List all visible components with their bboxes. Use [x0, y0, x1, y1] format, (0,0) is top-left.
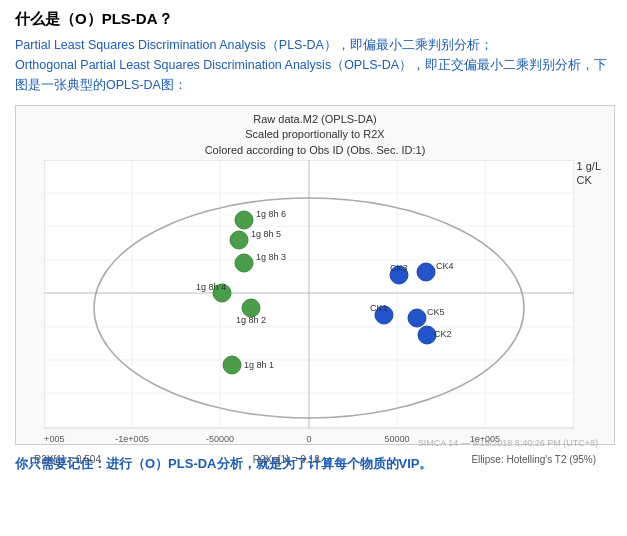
svg-text:1g 8h 5: 1g 8h 5: [251, 229, 281, 239]
svg-text:1g 8h 2: 1g 8h 2: [236, 315, 266, 325]
desc-line1: Partial Least Squares Discrimination Ana…: [15, 38, 493, 52]
svg-text:CK2: CK2: [434, 329, 452, 339]
r2xo-label: R2Xo[1] = 0.18: [253, 454, 320, 465]
svg-text:1g 8h 4: 1g 8h 4: [196, 282, 226, 292]
svg-text:CK5: CK5: [427, 307, 445, 317]
svg-point-38: [223, 356, 241, 374]
page-title: 什么是（O）PLS-DA？: [15, 10, 612, 29]
ellipse-label: Ellipse: Hotelling's T2 (95%): [471, 454, 596, 465]
svg-point-42: [417, 263, 435, 281]
svg-point-32: [235, 254, 253, 272]
r2x-label: R2X[1] = 0.504: [34, 454, 101, 465]
svg-text:CK4: CK4: [436, 261, 454, 271]
chart-title: Raw data.M2 (OPLS-DA) Scaled proportiona…: [24, 112, 606, 158]
svg-text:CK3: CK3: [390, 263, 408, 273]
chart-svg: 60000 40000 20000 0 -20000 -40000 -60000…: [44, 160, 574, 448]
chart-watermark: SIMCA 14 — 9/19/2018 8:40:26 PM (UTC+8): [418, 438, 598, 448]
svg-text:50000: 50000: [384, 434, 409, 444]
svg-text:0: 0: [306, 434, 311, 444]
svg-text:-1e+005: -1e+005: [115, 434, 148, 444]
description: Partial Least Squares Discrimination Ana…: [15, 35, 612, 95]
svg-text:1g 8h 6: 1g 8h 6: [256, 209, 286, 219]
svg-point-46: [408, 309, 426, 327]
svg-text:CK1: CK1: [370, 303, 388, 313]
svg-text:1g 8h 1: 1g 8h 1: [244, 360, 274, 370]
chart-container: Raw data.M2 (OPLS-DA) Scaled proportiona…: [15, 105, 615, 445]
svg-text:-1.5e+005: -1.5e+005: [44, 434, 64, 444]
svg-text:1g 8h 3: 1g 8h 3: [256, 252, 286, 262]
svg-point-28: [235, 211, 253, 229]
svg-point-30: [230, 231, 248, 249]
svg-text:-50000: -50000: [206, 434, 234, 444]
desc-line2: Orthogonal Partial Least Squares Discrim…: [15, 58, 607, 92]
